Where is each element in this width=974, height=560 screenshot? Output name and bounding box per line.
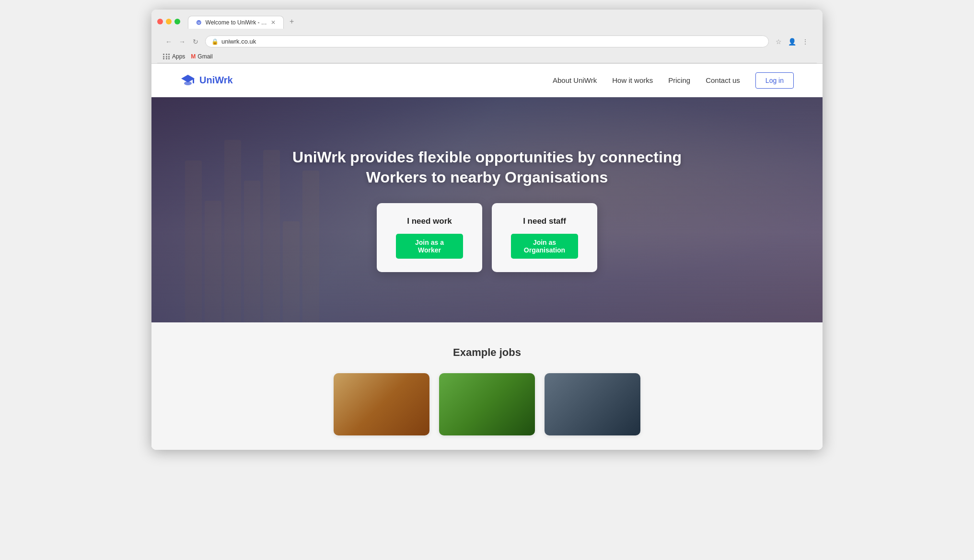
address-controls: ← → ↻	[163, 36, 201, 47]
job-card-3-image	[545, 373, 640, 435]
nav-pricing[interactable]: Pricing	[668, 76, 690, 84]
nav-contact-us[interactable]: Contact us	[706, 76, 740, 84]
reload-button[interactable]: ↻	[190, 36, 201, 47]
job-card-1-image	[334, 373, 429, 435]
website-content: UniWrk About UniWrk How it works Pricing…	[151, 64, 823, 450]
job-card-2[interactable]	[439, 373, 535, 435]
nav-links: About UniWrk How it works Pricing Contac…	[553, 72, 794, 89]
logo[interactable]: UniWrk	[180, 73, 233, 88]
org-card: I need staff Join as Organisation	[492, 203, 597, 272]
gmail-bookmark[interactable]: M Gmail	[191, 53, 212, 60]
tab-title: Welcome to UniWrk - UniWrk	[206, 19, 267, 26]
browser-chrome: W Welcome to UniWrk - UniWrk ✕ + ← → ↻ 🔒…	[151, 10, 823, 64]
traffic-lights	[157, 19, 180, 24]
close-button[interactable]	[157, 19, 163, 24]
active-tab[interactable]: W Welcome to UniWrk - UniWrk ✕	[188, 16, 284, 29]
minimize-button[interactable]	[166, 19, 172, 24]
svg-marker-2	[181, 75, 195, 82]
logo-text: UniWrk	[199, 75, 233, 86]
browser-controls: W Welcome to UniWrk - UniWrk ✕ +	[157, 14, 817, 29]
example-jobs-title: Example jobs	[180, 346, 794, 359]
site-navigation: UniWrk About UniWrk How it works Pricing…	[151, 64, 823, 97]
gmail-label: Gmail	[197, 53, 212, 60]
apps-bookmark[interactable]: Apps	[163, 53, 185, 60]
apps-icon	[163, 54, 170, 59]
svg-rect-3	[193, 79, 194, 83]
bookmarks-bar: Apps M Gmail	[157, 51, 817, 63]
nav-how-it-works[interactable]: How it works	[612, 76, 653, 84]
job-card-1[interactable]	[334, 373, 429, 435]
worker-card-title: I need work	[396, 217, 463, 226]
apps-label: Apps	[172, 53, 185, 60]
hero-headline-line1: UniWrk provides flexible opportunities b…	[292, 149, 682, 166]
gmail-icon: M	[191, 53, 196, 60]
tab-close-button[interactable]: ✕	[271, 19, 276, 26]
menu-icon[interactable]: ⋮	[800, 36, 811, 47]
hero-content: UniWrk provides flexible opportunities b…	[151, 148, 823, 272]
hero-headline-line2: Workers to nearby Organisations	[366, 169, 608, 186]
join-as-worker-button[interactable]: Join as a Worker	[396, 234, 463, 259]
cap-icon	[180, 73, 196, 88]
job-card-2-image	[439, 373, 535, 435]
hero-headline: UniWrk provides flexible opportunities b…	[171, 148, 803, 187]
new-tab-button[interactable]: +	[285, 14, 299, 29]
browser-window: W Welcome to UniWrk - UniWrk ✕ + ← → ↻ 🔒…	[151, 10, 823, 450]
hero-section: UniWrk provides flexible opportunities b…	[151, 97, 823, 322]
org-card-title: I need staff	[511, 217, 578, 226]
svg-point-4	[184, 81, 192, 85]
hero-cards: I need work Join as a Worker I need staf…	[171, 203, 803, 272]
below-hero-section: Example jobs	[151, 322, 823, 450]
job-card-3[interactable]	[545, 373, 640, 435]
address-right-icons: ☆ 👤 ⋮	[773, 36, 811, 47]
join-as-org-button[interactable]: Join as Organisation	[511, 234, 578, 259]
nav-about-uniwrk[interactable]: About UniWrk	[553, 76, 597, 84]
star-icon[interactable]: ☆	[773, 36, 784, 47]
back-button[interactable]: ←	[163, 36, 174, 47]
tab-favicon: W	[196, 19, 202, 26]
lock-icon: 🔒	[211, 38, 219, 45]
login-button[interactable]: Log in	[755, 72, 794, 89]
forward-button[interactable]: →	[176, 36, 188, 47]
address-text: uniwrk.co.uk	[221, 38, 763, 45]
address-bar[interactable]: 🔒 uniwrk.co.uk	[205, 35, 769, 47]
profile-icon[interactable]: 👤	[786, 36, 798, 47]
browser-address-bar: ← → ↻ 🔒 uniwrk.co.uk ☆ 👤 ⋮	[157, 33, 817, 51]
svg-text:W: W	[197, 21, 201, 24]
maximize-button[interactable]	[174, 19, 180, 24]
example-jobs-row	[180, 373, 794, 435]
browser-tabs: W Welcome to UniWrk - UniWrk ✕ +	[188, 14, 299, 29]
worker-card: I need work Join as a Worker	[377, 203, 482, 272]
